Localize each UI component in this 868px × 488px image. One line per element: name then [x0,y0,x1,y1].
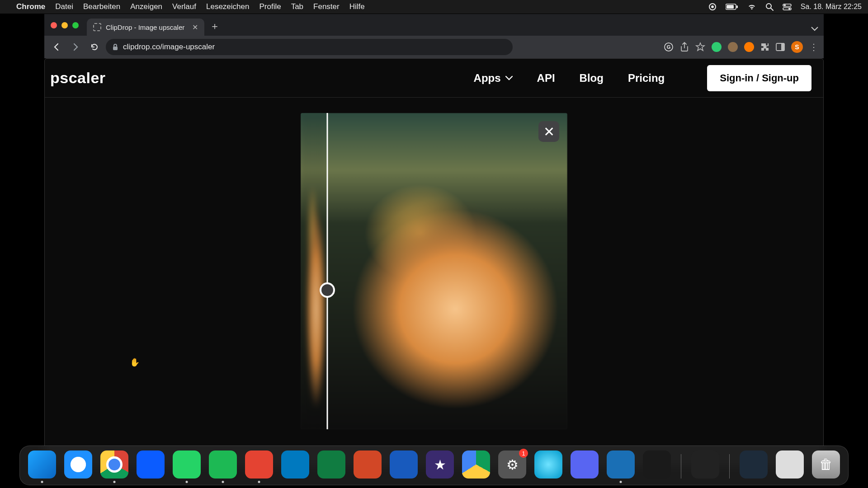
close-icon: ✕ [543,124,555,140]
tabs-dropdown-button[interactable] [811,27,818,31]
dock-app-generic-blue[interactable] [534,450,562,479]
profile-avatar[interactable]: S [791,41,803,53]
tab-favicon-icon [93,23,101,31]
new-tab-button[interactable]: ＋ [210,19,220,33]
menubar-item-fenster[interactable]: Fenster [313,2,340,11]
dock-app-quicktime[interactable] [607,450,635,479]
brand-text-fragment: pscaler [50,69,106,87]
chrome-menu-button[interactable]: ⋮ [809,42,819,52]
menubar-app-name[interactable]: Chrome [16,2,45,11]
menubar-item-datei[interactable]: Datei [55,2,73,11]
reload-button[interactable] [87,39,102,55]
bookmark-star-icon[interactable] [695,42,705,52]
nav-link-apps[interactable]: Apps [474,72,513,84]
menubar-item-hilfe[interactable]: Hilfe [349,2,365,11]
dock-separator-2 [729,454,730,479]
dock-app-finder[interactable] [28,450,56,479]
close-image-button[interactable]: ✕ [538,121,559,142]
translate-icon[interactable]: G [664,42,674,52]
image-compare-widget[interactable]: ✕ [301,113,567,429]
dock-separator [681,454,681,479]
dock-app-zoom[interactable] [137,450,165,479]
svg-point-1 [711,5,714,8]
extension-shield-icon[interactable] [712,42,722,52]
window-minimize-button[interactable] [61,22,68,28]
svg-rect-4 [736,5,738,8]
extension-icon-2[interactable] [728,42,738,52]
menubar-item-anzeigen[interactable]: Anzeigen [130,2,162,11]
svg-rect-15 [781,43,784,51]
canvas-area: ✕ ✋ [45,98,823,465]
dock-trash[interactable]: 🗑 [812,450,840,479]
menubar-item-verlauf[interactable]: Verlauf [172,2,196,11]
dock-wrap: ★ ⚙1 🗑 [0,446,868,485]
wifi-icon[interactable] [747,3,756,10]
extensions-puzzle-icon[interactable] [760,42,769,52]
compare-slider-handle[interactable] [320,282,335,298]
dock-app-safari[interactable] [64,450,92,479]
lock-icon [112,43,118,51]
screen-record-icon[interactable] [708,3,717,11]
tab-strip: ClipDrop - Image upscaler ✕ ＋ [44,14,824,36]
dock-app-settings[interactable]: ⚙1 [498,450,526,479]
back-button[interactable] [49,39,64,55]
nav-link-pricing[interactable]: Pricing [628,72,665,84]
battery-icon[interactable] [726,4,738,10]
dock-app-discord[interactable] [571,450,599,479]
macos-menubar: Chrome Datei Bearbeiten Anzeigen Verlauf… [0,0,868,14]
nav-link-blog[interactable]: Blog [580,72,604,84]
menubar-item-profile[interactable]: Profile [259,2,281,11]
svg-line-6 [771,8,773,10]
svg-rect-3 [726,5,734,9]
chevron-down-icon [505,76,513,80]
control-center-icon[interactable] [783,3,792,10]
tab-close-button[interactable]: ✕ [192,23,198,32]
dock-stack-2[interactable] [776,450,804,479]
chrome-window: ClipDrop - Image upscaler ✕ ＋ clipdrop.c… [44,14,824,488]
menubar-item-lesezeichen[interactable]: Lesezeichen [206,2,249,11]
svg-point-8 [784,5,786,6]
dock-app-todoist[interactable] [245,450,273,479]
dock-app-powerpoint[interactable] [354,450,382,479]
omnibox[interactable]: clipdrop.co/image-upscaler [106,39,513,55]
dock-app-spotify[interactable] [209,450,237,479]
nav-link-apps-label: Apps [474,72,501,84]
grab-cursor-icon: ✋ [130,357,140,367]
dock-app-word[interactable] [390,450,418,479]
browser-tab-active[interactable]: ClipDrop - Image upscaler ✕ [87,19,204,36]
dock-app-trello[interactable] [281,450,309,479]
dock-app-whatsapp[interactable] [173,450,201,479]
page-frame: pscaler Apps API Blog Pricing Sign-in / … [44,58,824,465]
compare-image-before-mask [301,113,327,429]
window-close-button[interactable] [51,22,57,28]
compare-image-after [301,113,567,429]
menubar-clock[interactable]: Sa. 18. März 22:25 [801,3,862,11]
window-controls [51,22,79,28]
dock-app-chrome[interactable] [100,450,128,479]
dock-app-excel[interactable] [317,450,345,479]
nav-link-api[interactable]: API [537,72,555,84]
dock-settings-badge: 1 [519,449,528,458]
extension-icon-3[interactable] [744,42,754,52]
url-text: clipdrop.co/image-upscaler [123,42,215,52]
forward-button[interactable] [68,39,83,55]
search-icon[interactable] [765,3,774,11]
macos-dock: ★ ⚙1 🗑 [19,446,849,485]
svg-rect-11 [113,47,118,50]
signin-button[interactable]: Sign-in / Sign-up [707,65,811,91]
menubar-item-tab[interactable]: Tab [291,2,303,11]
svg-point-10 [788,8,790,10]
window-maximize-button[interactable] [72,22,79,28]
menubar-item-bearbeiten[interactable]: Bearbeiten [83,2,120,11]
dock-app-imovie[interactable]: ★ [426,450,454,479]
address-bar: clipdrop.co/image-upscaler G S ⋮ [44,36,824,58]
dock-stack-1[interactable] [740,450,768,479]
dock-app-desktop-preview[interactable] [691,450,719,479]
compare-divider-line [327,113,328,429]
side-panel-icon[interactable] [776,43,785,51]
dock-app-googledrive[interactable] [462,450,490,479]
dock-app-voicememos[interactable] [643,450,671,479]
tab-title: ClipDrop - Image upscaler [106,23,184,31]
share-icon[interactable] [680,42,689,52]
page-viewport: pscaler Apps API Blog Pricing Sign-in / … [44,58,824,488]
